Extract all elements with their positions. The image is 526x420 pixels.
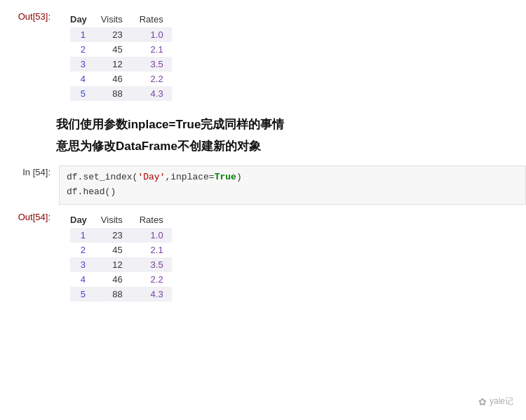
rates-cell: 2.1 <box>131 243 172 257</box>
visits-cell: 23 <box>93 27 131 42</box>
index-cell: 5 <box>70 86 93 101</box>
col-rates-2: Rates <box>131 213 172 228</box>
index-cell: 2 <box>70 42 93 57</box>
rates-cell: 3.5 <box>131 57 172 72</box>
index-cell: 4 <box>70 272 93 287</box>
rates-cell: 4.3 <box>131 287 172 302</box>
out-content-53: Day Visits Rates 1231.02452.13123.54462.… <box>56 10 526 104</box>
cell-out-54: Out[54]: Day Visits Rates 1231.02452.131… <box>0 208 526 307</box>
index-header-1: Day <box>70 13 93 27</box>
rates-cell: 2.1 <box>131 42 172 57</box>
df-table-2: Day Visits Rates 1231.02452.13123.54462.… <box>70 213 172 302</box>
in-label-54: In [54]: <box>0 165 56 177</box>
code-block-54[interactable]: df.set_index('Day',inplace=True) df.head… <box>59 165 526 205</box>
visits-cell: 46 <box>93 72 131 86</box>
df-table-1: Day Visits Rates 1231.02452.13123.54462.… <box>70 13 172 101</box>
watermark-icon: ✿ <box>478 396 487 407</box>
rates-cell: 1.0 <box>131 27 172 42</box>
watermark: ✿ yale记 <box>478 395 513 407</box>
index-header-2: Day <box>70 213 93 228</box>
in-content-54: df.set_index('Day',inplace=True) df.head… <box>56 165 526 205</box>
col-visits-2: Visits <box>93 213 131 228</box>
index-cell: 2 <box>70 243 93 257</box>
out-label-53: Out[53]: <box>0 10 56 22</box>
text-line-1: 我们使用参数inplace=True完成同样的事情 <box>56 115 515 134</box>
out-label-54: Out[54]: <box>0 210 56 222</box>
rates-cell: 2.2 <box>131 72 172 86</box>
visits-cell: 45 <box>93 243 131 257</box>
code-line-2: df.head() <box>67 185 518 200</box>
visits-cell: 45 <box>93 42 131 57</box>
cell-in-54: In [54]: df.set_index('Day',inplace=True… <box>0 163 526 208</box>
index-cell: 5 <box>70 287 93 302</box>
rates-cell: 4.3 <box>131 86 172 101</box>
visits-cell: 23 <box>93 228 131 243</box>
visits-cell: 46 <box>93 272 131 287</box>
rates-cell: 2.2 <box>131 272 172 287</box>
text-block: 我们使用参数inplace=True完成同样的事情 意思为修改DataFrame… <box>0 107 526 163</box>
text-line-2: 意思为修改DataFrame不创建新的对象 <box>56 137 515 156</box>
index-cell: 3 <box>70 257 93 272</box>
visits-cell: 88 <box>93 86 131 101</box>
cell-out-53: Out[53]: Day Visits Rates 1231.02452.131… <box>0 7 526 107</box>
code-line-1: df.set_index('Day',inplace=True) <box>67 170 518 185</box>
index-cell: 1 <box>70 27 93 42</box>
notebook-container: Out[53]: Day Visits Rates 1231.02452.131… <box>0 7 526 307</box>
watermark-text: yale记 <box>490 395 513 407</box>
rates-cell: 3.5 <box>131 257 172 272</box>
col-visits-1: Visits <box>93 13 131 27</box>
index-cell: 1 <box>70 228 93 243</box>
dataframe-1: Day Visits Rates 1231.02452.13123.54462.… <box>59 10 526 104</box>
visits-cell: 88 <box>93 287 131 302</box>
index-cell: 4 <box>70 72 93 86</box>
rates-cell: 1.0 <box>131 228 172 243</box>
dataframe-2: Day Visits Rates 1231.02452.13123.54462.… <box>59 210 526 304</box>
visits-cell: 12 <box>93 257 131 272</box>
out-content-54: Day Visits Rates 1231.02452.13123.54462.… <box>56 210 526 304</box>
index-cell: 3 <box>70 57 93 72</box>
visits-cell: 12 <box>93 57 131 72</box>
col-rates-1: Rates <box>131 13 172 27</box>
